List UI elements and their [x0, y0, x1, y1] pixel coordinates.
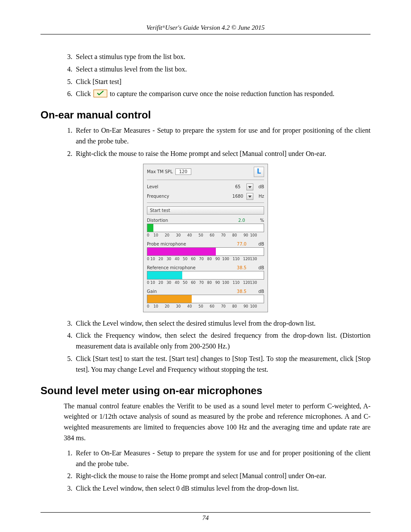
chevron-down-icon[interactable] [246, 193, 253, 200]
frequency-value: 1680 [229, 194, 246, 199]
list-item: Click the Frequency window, then select … [74, 330, 371, 352]
section2-steps: Refer to On-Ear Measures - Setup to prep… [40, 448, 371, 494]
distortion-meter: Distortion 2.0 % 0102030405060708090100 [147, 218, 264, 237]
section-heading: Sound level meter using on-ear microphon… [40, 385, 371, 397]
list-item: Right-click the mouse to raise the Home … [74, 149, 371, 159]
list-item: Select a stimulus type from the list box… [74, 52, 371, 62]
section2-paragraph: The manual control feature enables the V… [64, 401, 371, 444]
chevron-down-icon[interactable] [246, 184, 253, 190]
list-item: Click to capture the comparison curve on… [74, 89, 371, 100]
section-heading: On-ear manual control [40, 109, 371, 121]
section1-steps-a: Refer to On-Ear Measures - Setup to prep… [40, 125, 371, 159]
list-item: Click the Level window, then select 0 dB… [74, 483, 371, 494]
top-steps: Select a stimulus type from the list box… [40, 52, 371, 100]
list-item: Select a stimulus level from the list bo… [74, 64, 371, 75]
probe-meter: Probe microphone 77.0 dB 010203040506070… [147, 242, 264, 261]
list-item: Click [Start test] [74, 77, 371, 87]
list-item: Right-click the mouse to raise the Home … [74, 471, 371, 482]
level-label: Level [147, 184, 158, 189]
level-value: 65 [229, 184, 246, 189]
frequency-unit: Hz [255, 194, 264, 199]
frequency-label: Frequency [147, 194, 169, 199]
start-test-button[interactable]: Start test [147, 206, 264, 215]
checkmark-icon [93, 90, 107, 97]
list-item: Refer to On-Ear Measures - Setup to prep… [74, 448, 371, 470]
list-item: Refer to On-Ear Measures - Setup to prep… [74, 125, 371, 147]
reference-meter: Reference microphone 38.5 dB 01020304050… [147, 265, 264, 285]
max-tm-spl-label: Max TM SPL [147, 169, 173, 174]
list-item: Click the Level window, then select the … [74, 318, 371, 329]
page-header: Verifit®User's Guide Version 4.2 © June … [40, 24, 371, 34]
section1-steps-b: Click the Level window, then select the … [40, 318, 371, 375]
manual-control-panel: Max TM SPL 120 L Level 65 dB Frequency 1… [143, 164, 268, 312]
ear-badge-icon[interactable]: L [254, 167, 264, 177]
gain-meter: Gain 38.5 dB 0102030405060708090100 [147, 289, 264, 308]
max-tm-spl-value[interactable]: 120 [175, 168, 191, 175]
level-unit: dB [255, 184, 264, 189]
page-number: 74 [40, 512, 371, 522]
list-item: Click [Start test] to start the test. [S… [74, 354, 371, 375]
